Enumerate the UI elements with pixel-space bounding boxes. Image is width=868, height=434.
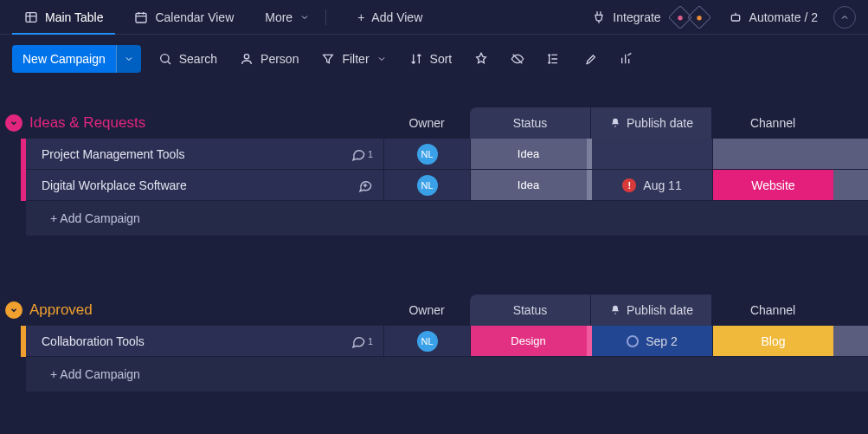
paint-icon xyxy=(583,52,597,66)
calendar-icon xyxy=(134,10,148,24)
channel-cell[interactable] xyxy=(712,139,833,170)
publish-date-cell[interactable] xyxy=(591,139,712,170)
publish-date-cell[interactable]: !Aug 11 xyxy=(591,170,712,201)
add-item-button[interactable]: + Add Campaign xyxy=(26,357,868,392)
owner-cell[interactable]: NL xyxy=(383,326,470,357)
column-header-channel[interactable]: Channel xyxy=(712,116,833,130)
row-height-icon xyxy=(547,52,561,66)
new-campaign-button[interactable]: New Campaign xyxy=(12,45,141,73)
svg-point-2 xyxy=(678,15,682,19)
group-title[interactable]: Approved xyxy=(29,301,93,319)
item-name-cell[interactable]: Collaboration Tools 1 xyxy=(26,326,383,357)
date-label: Aug 11 xyxy=(643,178,681,192)
channel-label: Website xyxy=(751,178,794,192)
sort-button[interactable]: Sort xyxy=(404,49,458,69)
status-cell[interactable]: Idea xyxy=(470,170,591,201)
item-name-cell[interactable]: Project Management Tools 1 xyxy=(26,139,383,170)
filter-label: Filter xyxy=(342,52,369,66)
avatar: NL xyxy=(417,331,438,352)
search-button[interactable]: Search xyxy=(153,49,222,69)
status-label: Design xyxy=(511,334,545,347)
filter-icon xyxy=(321,52,335,66)
automate-button[interactable]: Automate / 2 xyxy=(723,10,823,24)
separator xyxy=(325,10,326,25)
color-button[interactable] xyxy=(578,49,602,69)
chevron-down-icon xyxy=(124,54,134,64)
group-title[interactable]: Ideas & Requests xyxy=(29,114,145,132)
item-name: Collaboration Tools xyxy=(42,334,145,348)
search-label: Search xyxy=(179,52,217,66)
chevron-down-icon xyxy=(10,119,18,127)
column-header-status[interactable]: Status xyxy=(470,295,591,326)
status-cell[interactable]: Design xyxy=(470,326,591,357)
plug-icon xyxy=(592,10,606,24)
row-end-cell xyxy=(833,139,868,170)
integration-badges xyxy=(672,9,708,26)
chevron-up-icon xyxy=(839,12,850,23)
channel-cell[interactable]: Website xyxy=(712,170,833,201)
pin-button[interactable] xyxy=(469,49,493,69)
chat-icon xyxy=(350,146,366,162)
new-campaign-label: New Campaign xyxy=(23,52,106,66)
integrate-label: Integrate xyxy=(613,10,660,24)
tab-label: Calendar View xyxy=(155,10,234,24)
person-label: Person xyxy=(260,52,299,66)
height-button[interactable] xyxy=(542,49,566,69)
tab-main-table[interactable]: Main Table xyxy=(12,0,115,34)
open-conversation-button[interactable]: 1 xyxy=(350,146,373,162)
svg-point-3 xyxy=(697,15,701,19)
publish-date-cell[interactable]: Sep 2 xyxy=(591,326,712,357)
channel-label: Blog xyxy=(761,334,785,348)
sort-label: Sort xyxy=(430,52,453,66)
column-header-status[interactable]: Status xyxy=(470,107,591,139)
status-resize-handle[interactable] xyxy=(587,326,592,356)
collapse-topbar-button[interactable] xyxy=(833,6,856,29)
item-name: Project Management Tools xyxy=(42,147,185,161)
person-icon xyxy=(240,52,254,66)
robot-icon xyxy=(729,10,743,24)
open-conversation-button[interactable]: 1 xyxy=(350,334,373,349)
column-header-owner[interactable]: Owner xyxy=(383,303,470,317)
column-header-owner[interactable]: Owner xyxy=(383,116,470,130)
column-header-channel[interactable]: Channel xyxy=(712,303,833,317)
pin-icon xyxy=(474,52,488,66)
bell-icon xyxy=(609,304,621,316)
group-collapse-toggle[interactable] xyxy=(5,114,23,132)
chevron-down-icon xyxy=(299,12,310,23)
integrate-button[interactable]: Integrate xyxy=(587,9,712,26)
new-campaign-dropdown[interactable] xyxy=(116,45,141,73)
chevron-down-icon xyxy=(376,54,387,64)
avatar: NL xyxy=(417,175,438,196)
column-header-publish-date[interactable]: Publish date xyxy=(591,107,712,139)
integration-badge-2 xyxy=(686,4,710,29)
owner-cell[interactable]: NL xyxy=(383,139,470,170)
chart-edit-icon xyxy=(620,52,633,66)
sort-icon xyxy=(409,52,423,66)
tab-more[interactable]: More xyxy=(253,0,338,34)
add-item-button[interactable]: + Add Campaign xyxy=(26,201,868,236)
status-cell[interactable]: Idea xyxy=(470,139,591,170)
bell-icon xyxy=(609,117,621,129)
column-header-publish-date[interactable]: Publish date xyxy=(591,295,712,326)
search-icon xyxy=(158,52,172,66)
new-campaign-main[interactable]: New Campaign xyxy=(12,45,116,73)
group-collapse-toggle[interactable] xyxy=(5,301,23,319)
edit-chart-button[interactable] xyxy=(614,49,639,69)
status-resize-handle[interactable] xyxy=(587,139,592,169)
tab-calendar-view[interactable]: Calendar View xyxy=(122,0,246,34)
svg-rect-0 xyxy=(26,12,36,22)
row-end-cell xyxy=(833,326,868,357)
status-resize-handle[interactable] xyxy=(587,170,592,200)
person-filter-button[interactable]: Person xyxy=(235,49,304,69)
channel-cell[interactable]: Blog xyxy=(712,326,833,357)
owner-cell[interactable]: NL xyxy=(383,170,470,201)
item-name-cell[interactable]: Digital Workplace Software xyxy=(26,170,383,201)
tab-add-view[interactable]: + Add View xyxy=(345,0,434,34)
filter-button[interactable]: Filter xyxy=(316,49,391,69)
svg-point-6 xyxy=(244,55,248,59)
eye-off-icon xyxy=(511,52,524,66)
date-label: Sep 2 xyxy=(646,334,678,348)
chat-icon xyxy=(350,334,366,349)
open-conversation-button[interactable] xyxy=(357,178,373,193)
hide-button[interactable] xyxy=(505,49,530,69)
